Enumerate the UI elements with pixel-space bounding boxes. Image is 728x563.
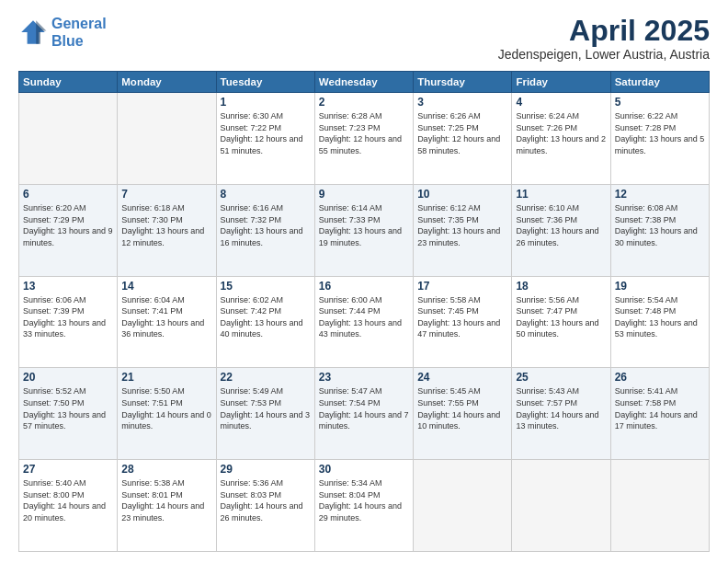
day-info: Sunrise: 6:28 AMSunset: 7:23 PMDaylight:… (319, 110, 409, 156)
day-number: 26 (615, 371, 705, 384)
day-number: 25 (516, 371, 606, 384)
table-cell: 7Sunrise: 6:18 AMSunset: 7:30 PMDaylight… (118, 184, 216, 276)
header: General Blue April 2025 Jedenspeigen, Lo… (18, 15, 710, 62)
day-info: Sunrise: 5:56 AMSunset: 7:47 PMDaylight:… (516, 294, 606, 340)
table-cell (610, 460, 709, 552)
day-info: Sunrise: 6:14 AMSunset: 7:33 PMDaylight:… (319, 202, 409, 248)
day-number: 2 (319, 96, 409, 109)
table-cell: 20Sunrise: 5:52 AMSunset: 7:50 PMDayligh… (19, 368, 118, 460)
day-number: 28 (121, 463, 211, 476)
day-info: Sunrise: 5:41 AMSunset: 7:58 PMDaylight:… (615, 385, 705, 431)
day-info: Sunrise: 6:24 AMSunset: 7:26 PMDaylight:… (516, 110, 606, 156)
calendar-table: Sunday Monday Tuesday Wednesday Thursday… (18, 71, 710, 552)
day-number: 23 (319, 371, 409, 384)
day-info: Sunrise: 6:10 AMSunset: 7:36 PMDaylight:… (516, 202, 606, 248)
calendar-subtitle: Jedenspeigen, Lower Austria, Austria (498, 47, 710, 62)
day-number: 7 (121, 188, 211, 201)
day-number: 18 (516, 280, 606, 293)
day-info: Sunrise: 6:30 AMSunset: 7:22 PMDaylight:… (221, 110, 311, 156)
table-cell (512, 460, 610, 552)
day-number: 3 (417, 96, 507, 109)
day-number: 27 (23, 463, 113, 476)
day-info: Sunrise: 5:45 AMSunset: 7:55 PMDaylight:… (417, 385, 507, 431)
logo-text: General Blue (51, 15, 107, 50)
calendar-title: April 2025 (498, 15, 710, 47)
day-info: Sunrise: 6:06 AMSunset: 7:39 PMDaylight:… (23, 294, 113, 340)
day-info: Sunrise: 5:36 AMSunset: 8:03 PMDaylight:… (221, 477, 311, 523)
day-number: 24 (417, 371, 507, 384)
table-cell: 21Sunrise: 5:50 AMSunset: 7:51 PMDayligh… (118, 368, 216, 460)
table-cell: 10Sunrise: 6:12 AMSunset: 7:35 PMDayligh… (414, 184, 512, 276)
table-cell (118, 93, 216, 185)
col-saturday: Saturday (610, 72, 709, 93)
day-info: Sunrise: 6:12 AMSunset: 7:35 PMDaylight:… (417, 202, 507, 248)
day-info: Sunrise: 5:50 AMSunset: 7:51 PMDaylight:… (121, 385, 211, 431)
day-info: Sunrise: 5:54 AMSunset: 7:48 PMDaylight:… (615, 294, 705, 340)
day-info: Sunrise: 6:02 AMSunset: 7:42 PMDaylight:… (221, 294, 311, 340)
table-cell: 14Sunrise: 6:04 AMSunset: 7:41 PMDayligh… (118, 276, 216, 368)
day-number: 5 (615, 96, 705, 109)
day-info: Sunrise: 5:43 AMSunset: 7:57 PMDaylight:… (516, 385, 606, 431)
table-cell: 29Sunrise: 5:36 AMSunset: 8:03 PMDayligh… (216, 460, 314, 552)
day-number: 21 (121, 371, 211, 384)
day-info: Sunrise: 5:34 AMSunset: 8:04 PMDaylight:… (319, 477, 409, 523)
table-cell: 5Sunrise: 6:22 AMSunset: 7:28 PMDaylight… (610, 93, 709, 185)
day-info: Sunrise: 6:22 AMSunset: 7:28 PMDaylight:… (615, 110, 705, 156)
day-info: Sunrise: 5:52 AMSunset: 7:50 PMDaylight:… (23, 385, 113, 431)
table-cell: 1Sunrise: 6:30 AMSunset: 7:22 PMDaylight… (216, 93, 314, 185)
col-friday: Friday (512, 72, 610, 93)
table-cell: 28Sunrise: 5:38 AMSunset: 8:01 PMDayligh… (118, 460, 216, 552)
day-number: 29 (221, 463, 311, 476)
day-number: 13 (23, 280, 113, 293)
day-number: 20 (23, 371, 113, 384)
table-cell: 12Sunrise: 6:08 AMSunset: 7:38 PMDayligh… (610, 184, 709, 276)
table-cell: 30Sunrise: 5:34 AMSunset: 8:04 PMDayligh… (314, 460, 413, 552)
table-cell: 23Sunrise: 5:47 AMSunset: 7:54 PMDayligh… (314, 368, 413, 460)
day-number: 4 (516, 96, 606, 109)
day-info: Sunrise: 6:04 AMSunset: 7:41 PMDaylight:… (121, 294, 211, 340)
table-cell: 4Sunrise: 6:24 AMSunset: 7:26 PMDaylight… (512, 93, 610, 185)
day-number: 9 (319, 188, 409, 201)
day-number: 14 (121, 280, 211, 293)
table-cell: 8Sunrise: 6:16 AMSunset: 7:32 PMDaylight… (216, 184, 314, 276)
day-number: 16 (319, 280, 409, 293)
day-number: 1 (221, 96, 311, 109)
day-info: Sunrise: 5:38 AMSunset: 8:01 PMDaylight:… (121, 477, 211, 523)
day-info: Sunrise: 6:00 AMSunset: 7:44 PMDaylight:… (319, 294, 409, 340)
table-cell: 19Sunrise: 5:54 AMSunset: 7:48 PMDayligh… (610, 276, 709, 368)
col-sunday: Sunday (19, 72, 118, 93)
table-cell: 18Sunrise: 5:56 AMSunset: 7:47 PMDayligh… (512, 276, 610, 368)
table-cell: 26Sunrise: 5:41 AMSunset: 7:58 PMDayligh… (610, 368, 709, 460)
day-info: Sunrise: 5:49 AMSunset: 7:53 PMDaylight:… (221, 385, 311, 431)
table-cell: 11Sunrise: 6:10 AMSunset: 7:36 PMDayligh… (512, 184, 610, 276)
table-cell: 22Sunrise: 5:49 AMSunset: 7:53 PMDayligh… (216, 368, 314, 460)
day-number: 10 (417, 188, 507, 201)
day-number: 11 (516, 188, 606, 201)
day-number: 19 (615, 280, 705, 293)
table-cell: 15Sunrise: 6:02 AMSunset: 7:42 PMDayligh… (216, 276, 314, 368)
day-info: Sunrise: 6:20 AMSunset: 7:29 PMDaylight:… (23, 202, 113, 248)
logo-icon (18, 17, 48, 47)
day-number: 15 (221, 280, 311, 293)
day-info: Sunrise: 6:16 AMSunset: 7:32 PMDaylight:… (221, 202, 311, 248)
table-cell: 13Sunrise: 6:06 AMSunset: 7:39 PMDayligh… (19, 276, 118, 368)
table-cell: 9Sunrise: 6:14 AMSunset: 7:33 PMDaylight… (314, 184, 413, 276)
table-cell: 6Sunrise: 6:20 AMSunset: 7:29 PMDaylight… (19, 184, 118, 276)
day-number: 22 (221, 371, 311, 384)
logo: General Blue (18, 15, 107, 50)
page: General Blue April 2025 Jedenspeigen, Lo… (0, 0, 728, 563)
col-monday: Monday (118, 72, 216, 93)
day-info: Sunrise: 5:58 AMSunset: 7:45 PMDaylight:… (417, 294, 507, 340)
day-number: 6 (23, 188, 113, 201)
day-info: Sunrise: 5:40 AMSunset: 8:00 PMDaylight:… (23, 477, 113, 523)
table-cell: 17Sunrise: 5:58 AMSunset: 7:45 PMDayligh… (414, 276, 512, 368)
title-block: April 2025 Jedenspeigen, Lower Austria, … (498, 15, 710, 62)
table-cell: 24Sunrise: 5:45 AMSunset: 7:55 PMDayligh… (414, 368, 512, 460)
day-number: 17 (417, 280, 507, 293)
table-cell: 2Sunrise: 6:28 AMSunset: 7:23 PMDaylight… (314, 93, 413, 185)
logo-line1: General (51, 16, 107, 31)
calendar-header-row: Sunday Monday Tuesday Wednesday Thursday… (19, 72, 710, 93)
table-cell: 3Sunrise: 6:26 AMSunset: 7:25 PMDaylight… (414, 93, 512, 185)
day-info: Sunrise: 6:08 AMSunset: 7:38 PMDaylight:… (615, 202, 705, 248)
table-cell: 27Sunrise: 5:40 AMSunset: 8:00 PMDayligh… (19, 460, 118, 552)
